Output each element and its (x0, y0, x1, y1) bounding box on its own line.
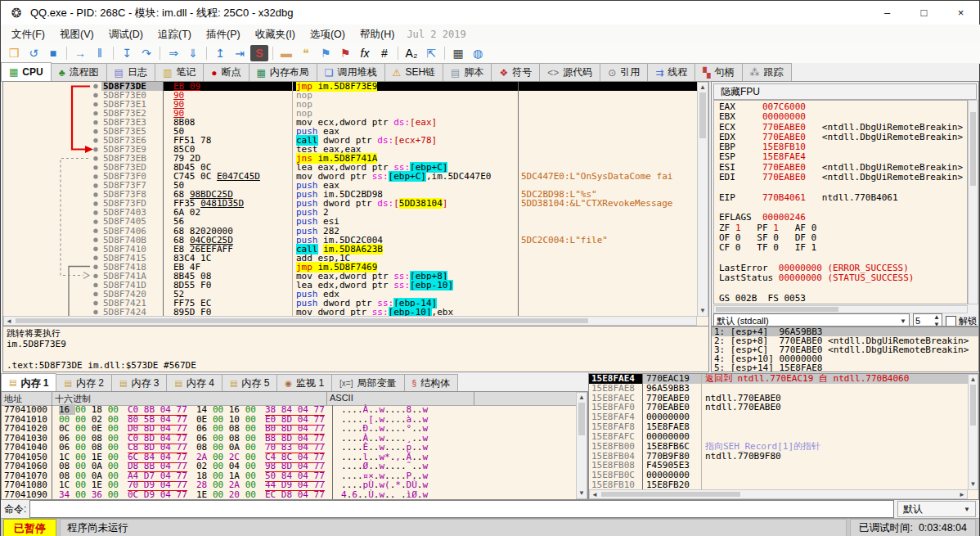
menu-帮助H[interactable]: 帮助(H) (353, 26, 402, 43)
bookmark-button[interactable]: ⚑ (336, 45, 354, 61)
calculator-button[interactable]: ▦ (449, 45, 467, 61)
stack-vertical-scrollbar[interactable]: ▲ ▼ (968, 374, 978, 490)
tab-source-label: 源代码 (563, 65, 592, 79)
tab-seh[interactable]: ⚠SEH链 (385, 63, 443, 81)
tab-dump-3[interactable]: ▤内存 3 (112, 374, 167, 392)
label-button[interactable]: ⚑ (317, 45, 335, 61)
menu-视图V[interactable]: 视图(V) (52, 26, 101, 43)
dump-tab-bar: ▤内存 1▤内存 2▤内存 3▤内存 4▤内存 5◉监视 1[x=]局部变量§结… (1, 373, 588, 393)
menu-文件F[interactable]: 文件(F) (4, 26, 52, 43)
run-to-user-button[interactable]: ⇥ (231, 45, 249, 61)
tab-handles-label: 句柄 (715, 65, 735, 79)
tab-memmap[interactable]: ▦内存布局 (249, 63, 317, 81)
tab-dump-5[interactable]: ▤内存 5 (223, 374, 277, 392)
pause-button[interactable]: ‖ (91, 45, 109, 61)
memory-dump-panel[interactable]: 地址 十六进制 ASCII 7704100016 00 18 00C0 8B 0… (1, 391, 588, 500)
animate-over-button[interactable]: ⇓ (184, 45, 202, 61)
disasm-row[interactable]: 5D8F741D8D55 F0lea edx,dword ptr ss:[ebp… (101, 281, 697, 290)
run-button[interactable]: → (71, 45, 89, 61)
tab-graph[interactable]: ♣流程图 (52, 63, 107, 81)
disasm-row[interactable]: 5D8F73F0C745 0C E047C45Dmov dword ptr ss… (101, 172, 697, 181)
hash-button[interactable]: # (375, 45, 393, 61)
stack-horizontal-scrollbar[interactable]: ◄ ► (589, 489, 968, 499)
menu-调试D[interactable]: 调试(D) (101, 26, 151, 43)
tab-source[interactable]: <>源代码 (540, 63, 600, 81)
tab-memmap-icon: ▦ (257, 68, 266, 78)
tab-dump-1[interactable]: ▤内存 1 (1, 373, 56, 392)
argument-row[interactable]: 5: [esp+14] 15E8FAE8 (712, 363, 978, 372)
disassembly-panel[interactable]: 5D8F73DEEB 09jmp im.5D8F73E95D8F73E090no… (2, 81, 709, 327)
tab-cpu-label: CPU (22, 66, 43, 78)
argument-count-spinner[interactable]: 5▲▼ (913, 313, 942, 327)
register-line[interactable]: GS 002B FS 0053 (719, 294, 967, 304)
stop-button[interactable]: ■ (44, 45, 62, 61)
comment-button[interactable]: ❝ (297, 45, 315, 61)
disasm-row[interactable]: 5D8F73DEEB 09jmp im.5D8F73E9 (101, 82, 697, 91)
globe-button[interactable]: ◍ (469, 45, 487, 61)
command-profile-select[interactable]: 默认▼ (897, 501, 976, 517)
patch-button[interactable]: ▬ (277, 45, 295, 61)
stack-panel[interactable]: 15E8FAE4770EAC19返回到 ntdll.770EAC19 自 ntd… (588, 373, 979, 500)
menu-插件P[interactable]: 插件(P) (199, 26, 248, 43)
assemble-button[interactable]: A₂ (402, 45, 420, 61)
step-out-button[interactable]: ↥ (211, 45, 229, 61)
open-file-button[interactable]: ❒ (5, 45, 23, 61)
disassembly-vertical-scrollbar[interactable]: ▲ ▼ (697, 82, 708, 317)
tab-dump-4[interactable]: ▤内存 4 (167, 374, 222, 392)
registers-vertical-scrollbar[interactable] (968, 100, 978, 304)
close-button[interactable]: × (942, 1, 979, 25)
maximize-button[interactable]: □ (906, 1, 942, 25)
menu-收藏夹I[interactable]: 收藏夹(I) (248, 26, 303, 43)
stack-row[interactable]: 15E8FB0015E8FB6C指向SEH_Record[1]的指针 (589, 442, 968, 452)
tab-struct[interactable]: §结构体 (405, 374, 459, 392)
menu-追踪T[interactable]: 追踪(T) (151, 26, 199, 43)
step-over-button[interactable]: ↷ (137, 45, 155, 61)
tab-log[interactable]: ▤日志 (107, 63, 155, 81)
arguments-panel[interactable]: 1: [esp+4] 96A59BB32: [esp+8] 770EABE0 <… (711, 327, 979, 372)
function-button[interactable]: fx (356, 45, 374, 61)
tab-breakpoints-label: 断点 (222, 65, 241, 79)
registers-horizontal-scrollbar[interactable] (713, 305, 968, 313)
register-line[interactable]: EIP 770B4061 ntdll.770B4061 (719, 193, 967, 203)
register-line[interactable]: CF 0 TF 0 IF 1 (719, 243, 967, 253)
tab-notes[interactable]: ▥笔记 (155, 63, 204, 81)
tab-threads[interactable]: ⇉线程 (648, 63, 695, 81)
step-into-button[interactable]: ↧ (118, 45, 136, 61)
tab-callstack[interactable]: ❏调用堆栈 (317, 63, 385, 81)
calling-convention-select[interactable]: 默认 (stdcall)▼ (713, 313, 910, 327)
menu-选项O[interactable]: 选项(O) (303, 26, 353, 43)
attach-button[interactable]: ⇱ (422, 45, 440, 61)
tab-dump-2[interactable]: ▤内存 2 (56, 374, 111, 392)
tab-trace[interactable]: ⁂跟踪 (743, 63, 792, 81)
dump-rows: 7704100016 00 18 00C0 8B 04 7714 00 16 0… (2, 405, 576, 499)
tab-script[interactable]: ▤脚本 (443, 63, 492, 81)
disasm-row[interactable]: 5D8F73E190nop (101, 100, 697, 109)
tab-locals[interactable]: [x=]局部变量 (332, 374, 404, 392)
tab-symbols[interactable]: ❖符号 (492, 63, 540, 81)
tab-handles[interactable]: ▚句柄 (695, 63, 742, 81)
register-list[interactable]: EAX 007C6000EBX 00000000ECX 770EABE0 <nt… (713, 100, 968, 304)
register-line[interactable]: LastStatus 00000000 (STATUS_SUCCESS) (719, 273, 967, 283)
command-input[interactable] (29, 500, 894, 518)
stack-row[interactable]: 15E8FAE896A59BB3 (589, 384, 968, 394)
tab-dump-1-label: 内存 1 (20, 376, 48, 390)
dump-vertical-scrollbar[interactable]: ▲ ▼ (576, 392, 587, 499)
unlock-checkbox[interactable]: 解锁 (946, 315, 977, 327)
disasm-row[interactable]: 5D8F73E38B08mov ecx,dword ptr ds:[eax] (101, 118, 697, 127)
disassembly-horizontal-scrollbar[interactable]: ◄ (3, 316, 697, 326)
hide-fpu-button[interactable]: 隐藏FPU (713, 83, 977, 100)
register-line[interactable]: EDI 770EABE0 <ntdll.DbgUiRemoteBreakin> (719, 173, 967, 182)
tab-watch-1[interactable]: ◉监视 1 (277, 374, 332, 392)
disasm-row[interactable]: 5D8F74036A 02push 2 (101, 208, 697, 217)
tab-breakpoints[interactable]: ●断点 (204, 63, 249, 81)
animate-into-button[interactable]: ⇒ (164, 45, 182, 61)
disasm-row[interactable]: 5D8F73E090nop (101, 91, 697, 100)
info-line-1: 跳转将要执行 (7, 328, 705, 339)
dump-header-ascii: ASCII (327, 392, 474, 405)
dump-row[interactable]: 7704109034 00 36 000C D9 04 771E 00 20 0… (2, 490, 576, 500)
tab-references[interactable]: ⊙引用 (600, 63, 648, 81)
restart-button[interactable]: ↺ (25, 45, 43, 61)
tab-cpu[interactable]: ▦CPU (1, 62, 52, 81)
scylla-button[interactable]: S (250, 45, 268, 61)
minimize-button[interactable]: – (869, 1, 906, 25)
